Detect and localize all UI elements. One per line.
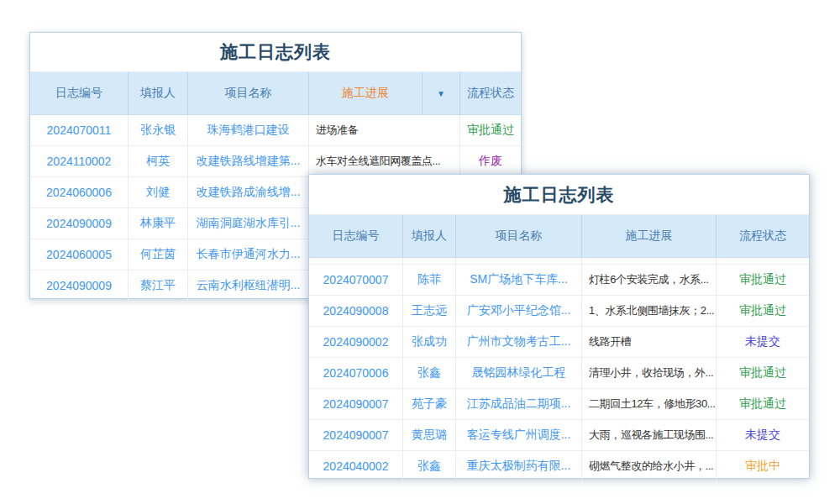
status-badge: 未提交 [717,327,809,357]
log-id-link[interactable]: 2024040002 [309,451,403,481]
reporter-link[interactable]: 苑子豪 [403,389,456,419]
table-header-row: 日志编号 填报人 项目名称 施工进展 ▼ 流程状态 [30,72,521,115]
table-body: 2024070007 陈菲 SM广场地下车库... 灯柱6个安装完成，水系...… [309,265,809,482]
progress-cell: 清理小井，收拾现场，外... [582,358,717,388]
status-badge: 审批通过 [717,389,809,419]
status-badge: 审批通过 [717,296,809,326]
reporter-link[interactable]: 林康平 [129,208,188,239]
table-row: 2024090008 王志远 广安邓小平纪念馆... 1、水系北侧围墙抹灰；2.… [309,296,809,327]
project-link[interactable]: 重庆太极制药有限... [456,451,582,481]
reporter-link[interactable]: 何芷茵 [129,239,188,270]
column-header-log-id: 日志编号 [30,72,129,114]
project-link[interactable]: 改建铁路线增建第... [188,146,309,176]
table-header-row: 日志编号 填报人 项目名称 施工进展 流程状态 [309,215,809,258]
status-badge: 审批通过 [717,265,809,295]
log-id-link[interactable]: 2024060006 [30,177,129,207]
page-title: 施工日志列表 [309,175,809,215]
reporter-link[interactable]: 张永银 [129,115,188,145]
progress-cell: 灯柱6个安装完成，水系... [582,265,717,295]
project-link[interactable]: 长春市伊通河水力... [188,239,309,270]
column-header-reporter: 填报人 [129,72,188,114]
log-id-link[interactable]: 2024060005 [30,239,129,270]
column-header-progress[interactable]: 施工进展 [309,72,423,114]
table-row: 2024070011 张永银 珠海鹤港口建设 进场准备 审批通过 [30,115,521,146]
reporter-link[interactable]: 陈菲 [403,265,456,295]
log-id-link[interactable]: 2024090009 [30,270,129,301]
page-title: 施工日志列表 [30,33,521,72]
reporter-link[interactable]: 蔡江平 [129,270,188,301]
column-header-project: 项目名称 [456,215,582,257]
project-link[interactable]: 晟铭园林绿化工程 [456,358,582,388]
project-link[interactable]: 湖南洞庭湖水库引... [188,208,309,239]
reporter-link[interactable]: 张成功 [403,327,456,357]
project-link[interactable]: SM广场地下车库... [456,265,582,295]
log-id-link[interactable]: 2024090002 [309,327,403,357]
table-row: 2024070007 陈菲 SM广场地下车库... 灯柱6个安装完成，水系...… [309,265,809,296]
log-id-link[interactable]: 2024090008 [309,296,403,326]
reporter-link[interactable]: 黄思璐 [403,420,456,450]
project-link[interactable]: 客运专线广州调度... [456,420,582,450]
log-id-link[interactable]: 2024070011 [30,115,129,145]
status-badge: 审批中 [717,451,809,481]
table-row: 2024090002 张成功 广州市文物考古工... 线路开槽 未提交 [309,327,809,358]
progress-cell: 砌燃气整改的给水小井，... [582,451,717,481]
construction-log-table-front: 施工日志列表 日志编号 填报人 项目名称 施工进展 流程状态 202407000… [308,174,810,479]
log-id-link[interactable]: 2024090007 [309,389,403,419]
reporter-link[interactable]: 刘健 [129,177,188,207]
log-id-link[interactable]: 2024090007 [309,420,403,450]
status-badge: 未提交 [717,420,809,450]
table-row: 2024110002 柯英 改建铁路线增建第... 水车对全线遮阳网覆盖点...… [30,146,521,177]
reporter-link[interactable]: 张鑫 [403,451,456,481]
progress-cell: 大雨，巡视各施工现场围... [582,420,717,450]
table-row: 2024090007 黄思璐 客运专线广州调度... 大雨，巡视各施工现场围..… [309,420,809,451]
project-link[interactable]: 云南水利枢纽潜明... [188,270,309,301]
column-header-status: 流程状态 [717,215,809,257]
column-header-status: 流程状态 [460,72,521,114]
status-badge: 审批通过 [717,358,809,388]
progress-cell: 进场准备 [309,115,460,145]
table-row: 2024070006 张鑫 晟铭园林绿化工程 清理小井，收拾现场，外... 审批… [309,358,809,389]
column-header-log-id: 日志编号 [309,215,403,257]
project-link[interactable]: 广安邓小平纪念馆... [456,296,582,326]
column-header-project: 项目名称 [188,72,309,114]
progress-cell: 1、水系北侧围墙抹灰；2... [582,296,717,326]
chevron-down-icon[interactable]: ▼ [437,89,445,98]
log-id-link[interactable]: 2024070006 [309,358,403,388]
progress-cell: 水车对全线遮阳网覆盖点... [309,146,460,176]
reporter-link[interactable]: 王志远 [403,296,456,326]
progress-cell: 二期回土12车，修地形30... [582,389,717,419]
project-link[interactable]: 广州市文物考古工... [456,327,582,357]
log-id-link[interactable]: 2024110002 [30,146,129,176]
progress-cell: 线路开槽 [582,327,717,357]
partial-scrolled-row [309,258,809,265]
status-badge: 作废 [460,146,521,176]
table-row: 2024090007 苑子豪 江苏成品油二期项... 二期回土12车，修地形30… [309,389,809,420]
project-link[interactable]: 改建铁路成渝线增... [188,177,309,207]
reporter-link[interactable]: 柯英 [129,146,188,176]
log-id-link[interactable]: 2024070007 [309,265,403,295]
project-link[interactable]: 江苏成品油二期项... [456,389,582,419]
status-badge: 审批通过 [460,115,521,145]
column-header-progress: 施工进展 [582,215,717,257]
reporter-link[interactable]: 张鑫 [403,358,456,388]
project-link[interactable]: 珠海鹤港口建设 [188,115,309,145]
column-header-reporter: 填报人 [403,215,456,257]
sort-dropdown-cell[interactable]: ▼ [423,72,460,114]
table-row: 2024040002 张鑫 重庆太极制药有限... 砌燃气整改的给水小井，...… [309,451,809,482]
log-id-link[interactable]: 2024090009 [30,208,129,239]
